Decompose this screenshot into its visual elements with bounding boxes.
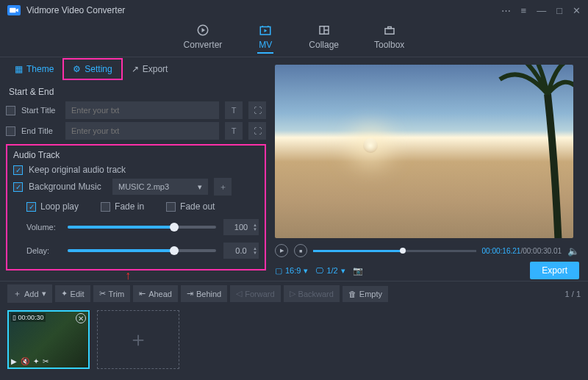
- end-title-font-button[interactable]: T: [225, 122, 243, 140]
- seek-slider[interactable]: [313, 250, 476, 252]
- preview-video[interactable]: [275, 65, 573, 238]
- svg-rect-0: [10, 8, 15, 13]
- end-title-expand-button[interactable]: ⛶: [248, 122, 266, 140]
- app-title: Vidmore Video Converter: [26, 5, 501, 15]
- snapshot-button[interactable]: 📷: [353, 266, 363, 276]
- play-button[interactable]: ▶: [275, 244, 288, 257]
- start-title-font-button[interactable]: T: [225, 101, 243, 119]
- app-logo-icon: [7, 5, 21, 15]
- end-title-row: End Title T ⛶: [6, 122, 266, 140]
- chevron-down-icon: ▾: [198, 182, 202, 192]
- svg-rect-7: [387, 27, 391, 29]
- minimize-icon[interactable]: —: [537, 5, 546, 16]
- fadein-checkbox[interactable]: [101, 202, 110, 212]
- bg-music-label: Background Music: [29, 182, 107, 192]
- settings-panel: ▦Theme ⚙Setting ↗Export Start & End Star…: [0, 57, 272, 281]
- add-button[interactable]: ＋ Add ▾: [7, 284, 52, 303]
- close-icon[interactable]: ✕: [573, 5, 581, 16]
- start-end-label: Start & End: [9, 87, 266, 97]
- titlebar: Vidmore Video Converter ⋯ ≡ — □ ✕: [0, 0, 588, 21]
- main-area: ▦Theme ⚙Setting ↗Export Start & End Star…: [0, 57, 588, 281]
- behind-button[interactable]: ⇥ Behind: [181, 285, 227, 302]
- backward-button[interactable]: ▷ Backward: [284, 285, 340, 302]
- tab-setting[interactable]: ⚙Setting: [62, 58, 122, 80]
- end-title-label: End Title: [21, 126, 60, 135]
- start-title-input[interactable]: [65, 101, 219, 119]
- edit-button[interactable]: ✦ Edit: [55, 285, 90, 302]
- delay-label: Delay:: [26, 246, 60, 255]
- keep-audio-label: Keep original audio track: [29, 165, 126, 175]
- tab-mv[interactable]: MV: [257, 24, 273, 54]
- keep-audio-checkbox[interactable]: [13, 165, 23, 175]
- clip-play-icon[interactable]: ▶: [11, 357, 17, 365]
- loop-checkbox[interactable]: [26, 202, 36, 212]
- start-title-label: Start Title: [21, 106, 60, 115]
- clip-trim-icon[interactable]: ✂: [43, 357, 49, 365]
- gear-icon: ⚙: [73, 64, 81, 74]
- preview-panel: ▶ ■ 00:00:16.21/00:00:30.01 🔈 ▢ 16:9 ▾ 🖵…: [272, 57, 588, 281]
- forward-button[interactable]: ◁ Forward: [230, 285, 280, 302]
- clip-edit-icon[interactable]: ✦: [33, 357, 39, 365]
- add-music-button[interactable]: ＋: [214, 178, 232, 196]
- trim-button[interactable]: ✂ Trim: [93, 285, 131, 302]
- svg-rect-6: [385, 29, 394, 35]
- tab-theme[interactable]: ▦Theme: [6, 60, 62, 79]
- tab-converter[interactable]: Converter: [184, 24, 223, 54]
- tab-collage[interactable]: Collage: [309, 24, 339, 54]
- empty-button[interactable]: 🗑 Empty: [343, 286, 388, 302]
- feedback-icon[interactable]: ⋯: [501, 5, 511, 16]
- delay-slider[interactable]: [68, 249, 216, 252]
- tab-export[interactable]: ↗Export: [123, 60, 177, 79]
- clip-duration: ▯ 00:00:30: [11, 313, 46, 322]
- clip-icons: ▶ 🔇 ✦ ✂: [11, 357, 49, 365]
- clip-thumbnail[interactable]: ▯ 00:00:30 ✕ ▶ 🔇 ✦ ✂: [7, 310, 90, 369]
- zoom-select[interactable]: 🖵 1/2 ▾: [315, 266, 345, 276]
- add-clip-button[interactable]: ＋: [97, 310, 179, 369]
- clip-mute-icon[interactable]: 🔇: [21, 357, 29, 365]
- bg-music-checkbox[interactable]: [13, 182, 23, 192]
- start-title-expand-button[interactable]: ⛶: [248, 101, 266, 119]
- volume-slider[interactable]: [68, 226, 216, 229]
- delay-spinner[interactable]: 0.0▲▼: [223, 243, 259, 259]
- playback-bar: ▶ ■ 00:00:16.21/00:00:30.01 🔈: [275, 244, 579, 257]
- ahead-button[interactable]: ⇤ Ahead: [133, 285, 178, 302]
- start-title-row: Start Title T ⛶: [6, 101, 266, 119]
- pager: 1 / 1: [565, 290, 581, 298]
- clip-toolbar: ＋ Add ▾ ✦ Edit ✂ Trim ⇤ Ahead ⇥ Behind ◁…: [0, 281, 588, 306]
- audio-track-section: Audio Track Keep original audio track Ba…: [6, 144, 266, 270]
- aspect-select[interactable]: ▢ 16:9 ▾: [275, 266, 308, 276]
- preview-controls: ▢ 16:9 ▾ 🖵 1/2 ▾ 📷 Export: [275, 262, 579, 279]
- volume-label: Volume:: [26, 223, 60, 232]
- clips-area: ▯ 00:00:30 ✕ ▶ 🔇 ✦ ✂ ＋: [0, 306, 588, 379]
- volume-icon[interactable]: 🔈: [567, 245, 579, 257]
- clip-remove-button[interactable]: ✕: [76, 313, 86, 323]
- end-title-input[interactable]: [65, 122, 219, 140]
- timecode: 00:00:16.21/00:00:30.01: [482, 247, 562, 255]
- annotation-arrow-icon: ↑: [125, 269, 131, 282]
- audio-track-label: Audio Track: [13, 150, 259, 160]
- export-icon: ↗: [132, 64, 139, 74]
- stop-button[interactable]: ■: [294, 244, 307, 257]
- start-title-checkbox[interactable]: [6, 106, 15, 115]
- fadeout-checkbox[interactable]: [166, 202, 176, 212]
- volume-spinner[interactable]: 100▲▼: [223, 219, 259, 235]
- grid-icon: ▦: [15, 64, 23, 74]
- main-tabs: Converter MV Collage Toolbox: [0, 21, 588, 57]
- export-button[interactable]: Export: [530, 262, 579, 279]
- settings-tabs: ▦Theme ⚙Setting ↗Export: [6, 57, 266, 81]
- maximize-icon[interactable]: □: [556, 5, 562, 16]
- end-title-checkbox[interactable]: [6, 126, 15, 136]
- menu-icon[interactable]: ≡: [521, 5, 527, 16]
- bg-music-select[interactable]: MUSIC 2.mp3▾: [112, 179, 208, 195]
- tab-toolbox[interactable]: Toolbox: [374, 24, 404, 54]
